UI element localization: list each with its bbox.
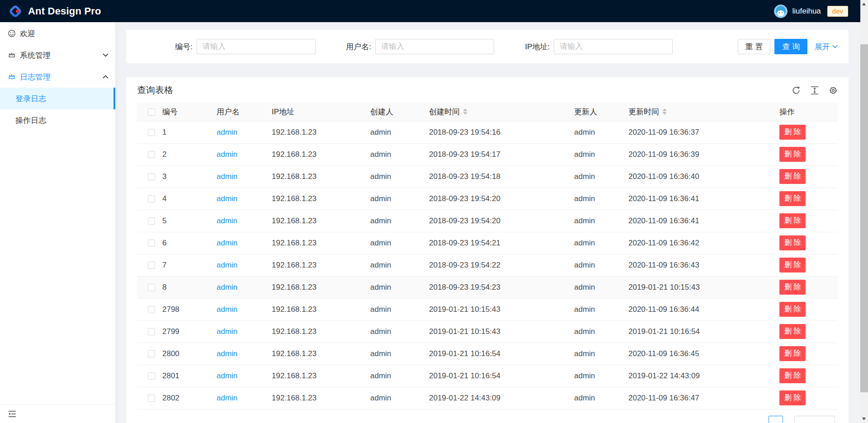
row-checkbox[interactable] [148,328,155,335]
smile-icon [8,29,16,38]
row-checkbox[interactable] [148,284,155,291]
username-link[interactable]: admin [217,128,237,136]
table-header-row: 编号 用户名 IP地址 创建人 创建时间 [137,103,838,121]
page-size-select[interactable] [794,416,835,423]
table-row: 2799 admin 192.168.1.23 admin 2019-01-21… [137,320,838,343]
username-field[interactable] [375,39,494,54]
cell-id: 4 [159,188,213,210]
sidebar-item-log-management[interactable]: 日志管理 [0,66,115,88]
sidebar-item-label: 登录日志 [15,94,46,104]
pagination-active-page[interactable] [769,416,783,423]
row-checkbox[interactable] [148,306,155,313]
username-link[interactable]: admin [217,305,237,314]
cell-updated: 2019-01-22 14:43:09 [625,365,776,387]
delete-button[interactable]: 删 除 [779,390,806,405]
row-checkbox[interactable] [148,151,155,158]
cell-creator: admin [367,188,425,210]
ip-field[interactable] [554,39,673,54]
row-checkbox[interactable] [148,173,155,180]
username-link[interactable]: admin [217,150,237,159]
username-link[interactable]: admin [217,327,237,336]
username-link[interactable]: admin [217,349,237,358]
row-checkbox[interactable] [148,240,155,247]
delete-button[interactable]: 删 除 [779,235,806,250]
username-link[interactable]: admin [217,239,237,247]
cell-id: 5 [159,210,213,232]
menu-fold-icon[interactable] [8,409,17,418]
cell-ip: 192.168.1.23 [268,387,367,409]
row-checkbox[interactable] [148,129,155,136]
scrollbar-thumb[interactable] [860,44,868,392]
delete-button[interactable]: 删 除 [779,324,806,339]
user-avatar[interactable] [774,5,788,18]
cell-ip: 192.168.1.23 [268,254,367,276]
username-link[interactable]: admin [217,216,237,225]
scrollbar-up-arrow-icon[interactable] [862,3,866,5]
cell-updater: admin [571,254,625,276]
cell-updated: 2020-11-09 16:36:40 [625,165,776,188]
row-checkbox[interactable] [148,262,155,269]
cell-updater: admin [571,121,625,143]
cell-updated: 2020-11-09 16:36:39 [625,143,776,165]
username-link[interactable]: admin [217,394,237,402]
username-link[interactable]: admin [217,283,237,291]
table-row: 4 admin 192.168.1.23 admin 2018-09-23 19… [137,188,838,210]
top-header: Ant Design Pro liufeihua dev [0,0,868,22]
sidebar-item-welcome[interactable]: 欢迎 [0,23,115,44]
sidebar-item-login-log[interactable]: 登录日志 [0,88,115,109]
table-row: 3 admin 192.168.1.23 admin 2018-09-23 19… [137,165,838,188]
cell-updater: admin [571,343,625,365]
cell-updater: admin [571,165,625,188]
sort-carets-icon [463,108,467,115]
cell-creator: admin [367,343,425,365]
delete-button[interactable]: 删 除 [779,280,806,295]
query-button[interactable]: 查 询 [774,39,807,54]
scrollbar-down-arrow-icon[interactable] [862,418,866,420]
row-checkbox[interactable] [148,195,155,202]
column-header-updated: 更新时间 [628,107,659,117]
row-checkbox[interactable] [148,372,155,380]
reset-button[interactable]: 重 置 [738,39,771,54]
delete-button[interactable]: 删 除 [779,213,806,228]
row-checkbox[interactable] [148,350,155,357]
column-header-created-sortable[interactable]: 创建时间 [429,107,467,117]
vertical-scrollbar[interactable] [860,0,868,423]
cell-updated: 2019-01-21 10:15:43 [625,276,776,298]
delete-button[interactable]: 删 除 [779,191,806,206]
username-link[interactable]: admin [217,371,237,380]
delete-button[interactable]: 删 除 [779,147,806,162]
cell-updated: 2020-11-09 16:36:41 [625,188,776,210]
delete-button[interactable]: 删 除 [779,125,806,140]
cell-id: 3 [159,165,213,188]
cell-ip: 192.168.1.23 [268,276,367,298]
settings-gear-icon[interactable] [829,86,838,95]
density-icon[interactable] [810,86,819,95]
cell-id: 7 [159,254,213,276]
delete-button[interactable]: 删 除 [779,346,806,361]
cell-id: 2799 [159,320,213,343]
cell-updater: admin [571,143,625,165]
delete-button[interactable]: 删 除 [779,258,806,273]
ip-field-label: IP地址: [494,42,554,52]
delete-button[interactable]: 删 除 [779,302,806,317]
cell-updated: 2019-01-21 10:16:54 [625,320,776,343]
username-link[interactable]: admin [217,261,237,269]
reload-icon[interactable] [792,86,801,95]
username-link[interactable]: admin [217,172,237,181]
username-link[interactable]: admin [217,194,237,203]
id-field[interactable] [197,39,316,54]
delete-button[interactable]: 删 除 [779,169,806,184]
select-all-checkbox[interactable] [148,108,155,116]
username-label[interactable]: liufeihua [792,7,821,16]
delete-button[interactable]: 删 除 [779,368,806,383]
logo-area[interactable]: Ant Design Pro [8,4,101,19]
row-checkbox[interactable] [148,395,155,402]
expand-link[interactable]: 展开 [815,42,838,52]
row-checkbox[interactable] [148,217,155,225]
column-header-updated-sortable[interactable]: 更新时间 [628,107,667,117]
sidebar-item-operation-log[interactable]: 操作日志 [0,109,115,131]
sidebar-item-system-management[interactable]: 系统管理 [0,44,115,66]
id-field-label: 编号: [137,42,197,52]
cell-creator: admin [367,254,425,276]
cell-ip: 192.168.1.23 [268,121,367,143]
